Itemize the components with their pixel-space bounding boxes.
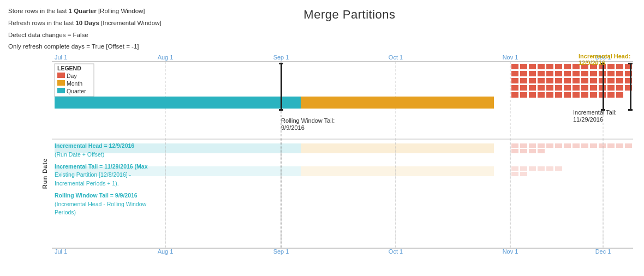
svg-rect-62 <box>564 92 571 98</box>
axis-label-nov-top: Nov 1 <box>503 54 518 61</box>
ann-rolling-tail: Rolling Window Tail = 9/9/2016 (Incremen… <box>55 191 229 217</box>
svg-rect-58 <box>529 92 536 98</box>
legend-quarter-color <box>57 88 65 93</box>
svg-rect-23 <box>590 71 597 76</box>
svg-rect-94 <box>520 172 527 176</box>
svg-rect-44 <box>529 85 536 91</box>
svg-rect-69 <box>511 143 518 148</box>
legend-month-label: Month <box>67 80 82 87</box>
svg-rect-78 <box>590 143 597 148</box>
run-date-axis-label: Run Date <box>41 158 48 189</box>
svg-rect-50 <box>581 85 588 91</box>
info-line2: Refresh rows in the last 10 Days [Increm… <box>8 19 162 28</box>
rolling-window-label: Rolling Window Tail: <box>281 117 335 124</box>
svg-rect-76 <box>573 143 580 148</box>
svg-rect-68 <box>616 92 623 98</box>
ibeam-dec-line <box>603 63 604 111</box>
svg-rect-81 <box>616 143 623 148</box>
svg-rect-3 <box>538 64 545 69</box>
svg-rect-89 <box>529 166 536 171</box>
quarter-bar <box>55 97 301 109</box>
svg-rect-15 <box>520 71 527 76</box>
svg-rect-64 <box>581 92 588 98</box>
svg-rect-19 <box>555 71 562 76</box>
svg-rect-35 <box>573 78 580 83</box>
svg-rect-47 <box>555 85 562 91</box>
svg-rect-91 <box>546 166 553 171</box>
svg-rect-46 <box>546 85 553 91</box>
svg-rect-67 <box>607 92 615 98</box>
day-cells-top <box>511 64 632 98</box>
svg-rect-87 <box>511 166 518 171</box>
svg-rect-33 <box>555 78 562 83</box>
svg-rect-88 <box>520 166 527 171</box>
svg-rect-85 <box>529 149 536 153</box>
legend-day-label: Day <box>67 73 77 79</box>
svg-rect-1 <box>520 64 527 69</box>
svg-rect-71 <box>529 143 536 148</box>
axis-label-sep-bot: Sep 1 <box>273 248 289 255</box>
svg-rect-40 <box>616 78 623 83</box>
svg-rect-32 <box>546 78 553 83</box>
svg-rect-61 <box>555 92 562 98</box>
svg-rect-25 <box>607 71 615 76</box>
svg-rect-77 <box>581 143 588 148</box>
axis-label-sep-top: Sep 1 <box>273 54 289 61</box>
run1-month-bar <box>301 143 494 153</box>
svg-rect-63 <box>573 92 580 98</box>
svg-rect-66 <box>599 92 606 98</box>
info-panel: Store rows in the last 1 Quarter [Rollin… <box>8 7 162 54</box>
incremental-tail-date: 11/29/2016 <box>573 116 603 123</box>
axis-label-nov-bot: Nov 1 <box>503 248 518 255</box>
svg-rect-65 <box>590 92 597 98</box>
svg-rect-38 <box>599 78 606 83</box>
page-title: Merge Partitions <box>303 8 395 22</box>
legend-day-color <box>57 73 65 78</box>
svg-rect-18 <box>546 71 553 76</box>
svg-rect-26 <box>616 71 623 76</box>
svg-rect-90 <box>538 166 545 171</box>
svg-rect-39 <box>607 78 615 83</box>
svg-rect-86 <box>538 149 545 153</box>
legend-quarter-label: Quarter <box>67 88 86 94</box>
svg-rect-51 <box>590 85 597 91</box>
svg-rect-16 <box>529 71 536 76</box>
axis-label-dec-bot: Dec 1 <box>595 248 611 255</box>
axis-label-jul-top: Jul 1 <box>55 54 67 61</box>
svg-rect-4 <box>546 64 553 69</box>
month-bar <box>301 97 494 109</box>
svg-rect-31 <box>538 78 545 83</box>
svg-rect-70 <box>520 143 527 148</box>
svg-rect-92 <box>555 166 562 171</box>
ibeam-dec9-line <box>630 63 631 111</box>
main-container: Store rows in the last 1 Quarter [Rollin… <box>0 0 644 276</box>
svg-rect-80 <box>607 143 615 148</box>
axis-label-oct-bot: Oct 1 <box>389 248 403 255</box>
ann-inc-head: Incremental Head = 12/9/2016 (Run Date +… <box>55 142 229 159</box>
legend-month-color <box>57 80 65 86</box>
svg-rect-22 <box>581 71 588 76</box>
annotations-panel: Incremental Head = 12/9/2016 (Run Date +… <box>55 142 229 217</box>
svg-rect-12 <box>616 64 623 69</box>
svg-rect-82 <box>625 143 632 148</box>
axis-label-oct-top: Oct 1 <box>389 54 403 61</box>
svg-rect-5 <box>555 64 562 69</box>
axis-label-aug-top: Aug 1 <box>158 54 174 61</box>
legend-title: LEGEND <box>57 65 81 71</box>
svg-rect-21 <box>573 71 580 76</box>
svg-rect-29 <box>520 78 527 83</box>
svg-rect-34 <box>564 78 571 83</box>
ibeam-sep-bottom-cap <box>279 109 283 111</box>
svg-rect-59 <box>538 92 545 98</box>
ibeam-dec9-bottom-cap <box>628 109 633 111</box>
svg-rect-74 <box>555 143 562 148</box>
svg-rect-73 <box>546 143 553 148</box>
svg-rect-37 <box>590 78 597 83</box>
ann-inc-tail: Incremental Tail = 11/29/2016 (Max Exist… <box>55 163 229 188</box>
svg-rect-56 <box>511 92 518 98</box>
svg-rect-6 <box>564 64 571 69</box>
svg-rect-49 <box>573 85 580 91</box>
svg-rect-93 <box>511 172 518 176</box>
svg-rect-84 <box>520 149 527 153</box>
svg-rect-48 <box>564 85 571 91</box>
